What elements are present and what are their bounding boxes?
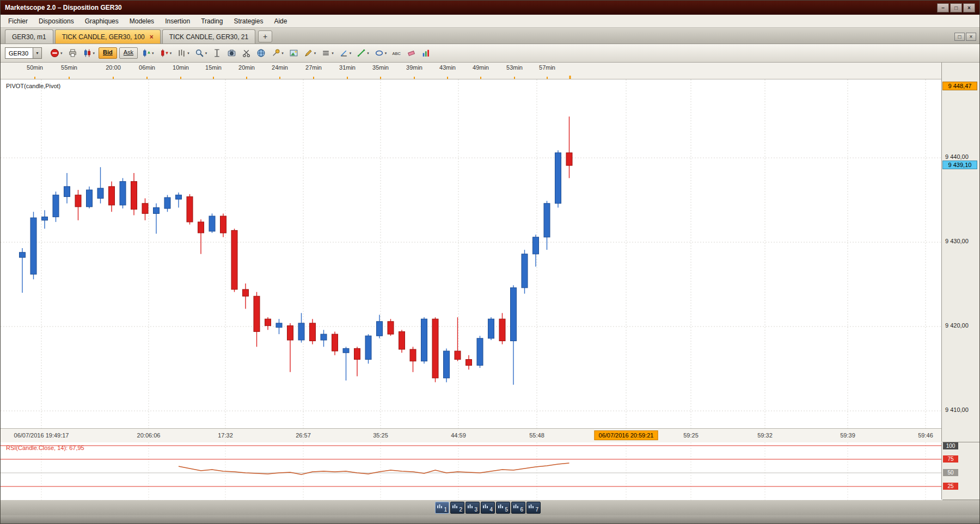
menu-modeles[interactable]: Modeles <box>124 16 160 27</box>
candle-body <box>20 252 26 257</box>
menu-trading[interactable]: Trading <box>195 16 228 27</box>
print-button[interactable] <box>66 46 79 60</box>
page-button-3[interactable]: 3 <box>465 502 480 514</box>
pin-button[interactable]: ▾ <box>269 46 286 60</box>
tab-2[interactable]: TICK CANDLE, GER30, 100× <box>55 29 161 44</box>
rsi-chart[interactable] <box>1 442 942 500</box>
time-axis-bottom[interactable]: 06/07/2016 19:49:1720:06:0617:3226:5735:… <box>1 428 942 442</box>
price-axis[interactable]: 9 440,009 430,009 420,009 410,009 448,47… <box>941 63 979 442</box>
tab-1[interactable]: GER30, m1 <box>5 29 53 44</box>
candle-body <box>97 188 103 199</box>
candle-body <box>164 198 170 208</box>
chevron-down-icon[interactable]: ▾ <box>205 51 207 56</box>
bars-button[interactable]: ▾ <box>175 46 192 60</box>
candle-body <box>321 334 327 340</box>
time-label: 06/07/2016 19:49:17 <box>14 432 69 439</box>
chevron-down-icon[interactable]: ▾ <box>281 51 284 56</box>
mini-chart-icon <box>513 504 519 508</box>
page-buttons: 1234567 <box>435 502 541 514</box>
chevron-down-icon[interactable]: ▾ <box>152 51 154 56</box>
candle-body <box>30 218 36 274</box>
close-button[interactable]: × <box>963 3 975 13</box>
remove-indicator-button[interactable]: ▾ <box>48 46 65 60</box>
hlines-button[interactable]: ▾ <box>319 46 336 60</box>
price-label: 9 410,00 <box>945 406 969 413</box>
candle-body <box>555 153 561 204</box>
time-label: 53min <box>506 64 523 71</box>
chart-type-icon <box>83 48 92 58</box>
chart-type-button[interactable]: ▾ <box>81 46 97 60</box>
chevron-down-icon[interactable]: ▾ <box>60 51 63 56</box>
bid-button[interactable]: Bid <box>99 47 117 59</box>
eraser-button[interactable] <box>405 46 418 60</box>
candlestick-chart[interactable] <box>1 79 942 428</box>
image-button[interactable] <box>287 46 301 60</box>
tab-3[interactable]: TICK CANDLE, GER30, 21 <box>162 29 255 44</box>
page-button-1[interactable]: 1 <box>435 502 449 514</box>
mini-chart-icon <box>437 504 443 508</box>
angle-button[interactable]: ▾ <box>337 46 354 60</box>
maximize-button[interactable]: □ <box>950 3 962 13</box>
menu-insertion[interactable]: Insertion <box>160 16 195 27</box>
menu-graphiques[interactable]: Graphiques <box>79 16 124 27</box>
pencil-button[interactable]: ▾ <box>302 46 318 60</box>
chevron-down-icon[interactable]: ▾ <box>187 51 189 56</box>
new-tab-button[interactable]: + <box>258 30 272 42</box>
page-number: 4 <box>489 507 493 513</box>
histogram-button[interactable] <box>419 46 433 60</box>
chevron-down-icon[interactable]: ▼ <box>33 48 41 58</box>
chart-restore-button[interactable]: □ <box>954 33 965 41</box>
chevron-down-icon[interactable]: ▾ <box>170 51 172 56</box>
menu-strategies[interactable]: Strategies <box>228 16 268 27</box>
candle-body <box>365 336 371 359</box>
page-button-2[interactable]: 2 <box>450 502 464 514</box>
trendline-button[interactable]: ▾ <box>354 46 371 60</box>
ellipse-button[interactable]: ▾ <box>372 46 389 60</box>
bars-icon <box>177 48 186 58</box>
page-button-4[interactable]: 4 <box>481 502 495 514</box>
candle-body <box>343 348 349 353</box>
ruler-button[interactable] <box>210 46 224 60</box>
page-number: 7 <box>535 507 538 513</box>
tick-down-button[interactable]: ▾ <box>157 46 174 60</box>
chevron-down-icon[interactable]: ▾ <box>314 51 316 56</box>
minimize-button[interactable]: – <box>937 3 949 13</box>
time-axis-top[interactable]: 50min55min20:0006min10min15min20min24min… <box>1 63 942 73</box>
snapshot-button[interactable] <box>225 46 238 60</box>
pin-icon <box>271 48 280 58</box>
tab-close-icon[interactable]: × <box>150 33 154 41</box>
chevron-down-icon[interactable]: ▾ <box>367 51 369 56</box>
titlebar[interactable]: Marketscope 2.0 – Disposition GER30 – □ … <box>1 1 979 15</box>
page-number: 2 <box>459 507 462 513</box>
rsi-level-label: 75 <box>943 455 958 463</box>
menu-fichier[interactable]: Fichier <box>3 16 33 27</box>
zoom-button[interactable]: ▾ <box>193 46 210 60</box>
time-label: 24min <box>272 64 288 71</box>
tick-up-button[interactable]: ▾ <box>139 46 156 60</box>
page-number: 3 <box>474 507 477 513</box>
chevron-down-icon[interactable]: ▾ <box>385 51 387 56</box>
time-label: 57min <box>539 64 555 71</box>
chevron-down-icon[interactable]: ▾ <box>332 51 334 56</box>
chevron-down-icon[interactable]: ▾ <box>350 51 352 56</box>
menu-aide[interactable]: Aide <box>268 16 292 27</box>
candle-body <box>310 323 316 341</box>
chart-close-button[interactable]: × <box>966 33 976 41</box>
mini-chart-icon <box>452 504 458 508</box>
snapshot-icon <box>227 48 236 58</box>
page-button-5[interactable]: 5 <box>496 502 510 514</box>
symbol-select[interactable]: GER30 ▼ <box>5 47 42 59</box>
tick-down-icon <box>160 48 169 58</box>
ask-button[interactable]: Ask <box>119 47 138 59</box>
candle-body <box>120 182 126 205</box>
time-label: 39min <box>406 64 422 71</box>
scissors-button[interactable] <box>240 46 253 60</box>
text-button[interactable]: ABC <box>390 46 403 60</box>
menu-dispositions[interactable]: Dispositions <box>33 16 79 27</box>
angle-icon <box>339 48 348 58</box>
page-button-6[interactable]: 6 <box>511 502 525 514</box>
globe-button[interactable] <box>254 46 268 60</box>
chevron-down-icon[interactable]: ▾ <box>93 51 95 56</box>
candle-body <box>220 216 226 233</box>
page-button-7[interactable]: 7 <box>526 502 541 514</box>
